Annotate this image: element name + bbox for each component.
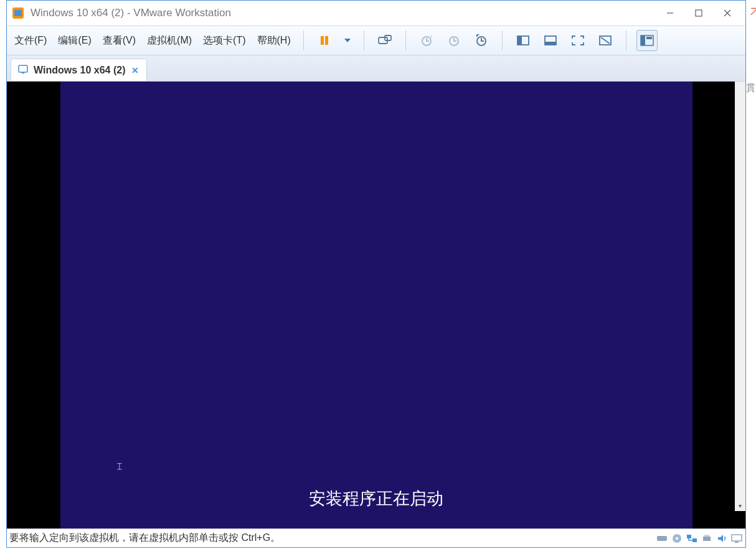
pause-button[interactable]: [314, 30, 335, 51]
tab-close-button[interactable]: ✕: [130, 65, 140, 75]
menu-help[interactable]: 帮助(H): [255, 32, 293, 50]
svg-rect-32: [703, 537, 711, 541]
titlebar: Windows 10 x64 (2) - VMware Workstation: [7, 1, 745, 26]
background-app-fragment: 才: [750, 4, 756, 15]
svg-rect-24: [646, 37, 652, 39]
window-title: Windows 10 x64 (2) - VMware Workstation: [31, 7, 656, 19]
svg-rect-26: [22, 72, 24, 73]
svg-rect-27: [657, 536, 667, 541]
separator: [405, 31, 406, 50]
fullscreen-button[interactable]: [567, 30, 588, 51]
close-button[interactable]: [713, 2, 742, 24]
svg-rect-7: [325, 36, 328, 45]
svg-rect-3: [696, 10, 702, 16]
cursor-artifact: ⌶: [117, 461, 122, 470]
menu-tabs[interactable]: 选项卡(T): [201, 32, 248, 50]
display-icon[interactable]: [730, 532, 743, 545]
svg-rect-25: [19, 65, 27, 72]
menu-vm[interactable]: 虚拟机(M): [144, 32, 194, 50]
background-sidebar-fragment: 貫: [746, 82, 756, 554]
status-icons: [656, 532, 743, 545]
harddisk-icon[interactable]: [656, 532, 668, 545]
status-hint-text: 要将输入定向到该虚拟机，请在虚拟机内部单击或按 Ctrl+G。: [9, 532, 656, 545]
separator: [364, 31, 364, 50]
svg-rect-10: [385, 35, 391, 40]
power-dropdown-button[interactable]: [341, 30, 354, 51]
quick-switch-button[interactable]: [540, 30, 561, 51]
send-ctrl-alt-del-button[interactable]: [374, 30, 395, 51]
sound-icon[interactable]: [716, 532, 728, 545]
svg-rect-35: [732, 535, 742, 541]
maximize-button[interactable]: [684, 2, 713, 24]
svg-line-21: [601, 37, 610, 44]
svg-rect-36: [735, 542, 739, 543]
unity-mode-button[interactable]: [595, 30, 616, 51]
svg-rect-33: [704, 535, 709, 537]
guest-display[interactable]: 安装程序正在启动 ⌶: [60, 82, 692, 528]
svg-marker-8: [344, 39, 351, 42]
network-adapter-icon[interactable]: [686, 532, 698, 545]
svg-rect-19: [545, 42, 556, 45]
separator: [502, 31, 503, 50]
statusbar: 要将输入定向到该虚拟机，请在虚拟机内部单击或按 Ctrl+G。: [7, 528, 745, 547]
vm-tab[interactable]: Windows 10 x64 (2) ✕: [11, 59, 147, 81]
menubar: 文件(F) 编辑(E) 查看(V) 虚拟机(M) 选项卡(T) 帮助(H) +: [7, 26, 745, 55]
show-console-button[interactable]: [636, 30, 658, 51]
snapshot-revert-button[interactable]: [443, 30, 465, 51]
show-library-button[interactable]: [513, 30, 534, 51]
printer-icon[interactable]: [701, 532, 713, 545]
vm-tab-label: Windows 10 x64 (2): [34, 65, 125, 76]
tab-strip: Windows 10 x64 (2) ✕: [7, 55, 745, 82]
menu-view[interactable]: 查看(V): [100, 32, 138, 50]
setup-status-text: 安装程序正在启动: [60, 487, 692, 510]
svg-rect-1: [14, 10, 22, 16]
separator: [626, 31, 626, 50]
cd-icon[interactable]: [671, 532, 683, 545]
svg-text:+: +: [430, 34, 433, 40]
vertical-scrollbar[interactable]: ▾: [735, 82, 745, 511]
vm-tab-icon: [17, 63, 29, 77]
scroll-down-arrow[interactable]: ▾: [735, 500, 745, 511]
svg-point-29: [676, 537, 678, 540]
svg-rect-17: [517, 36, 522, 45]
svg-marker-34: [718, 535, 723, 542]
menu-edit[interactable]: 编辑(E): [55, 32, 93, 50]
separator: [303, 31, 304, 50]
svg-rect-30: [687, 535, 691, 538]
window-controls: [656, 2, 742, 24]
svg-rect-23: [641, 35, 645, 45]
vmware-app-icon: [11, 6, 26, 21]
vm-console-area[interactable]: 安装程序正在启动 ⌶ ▾: [7, 82, 745, 528]
snapshot-take-button[interactable]: +: [416, 30, 437, 51]
snapshot-manager-button[interactable]: [471, 30, 492, 51]
vmware-window: Windows 10 x64 (2) - VMware Workstation …: [6, 0, 746, 548]
minimize-button[interactable]: [656, 2, 684, 24]
svg-rect-6: [321, 36, 324, 45]
menu-file[interactable]: 文件(F): [12, 32, 49, 50]
